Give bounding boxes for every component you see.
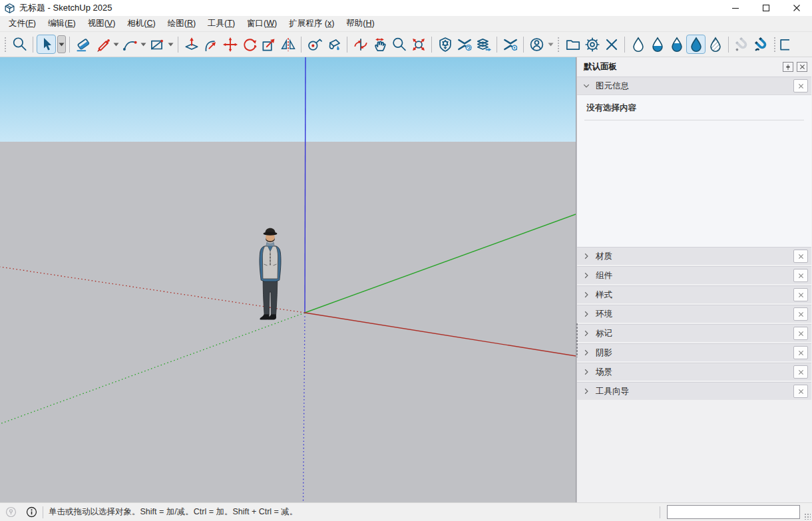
followme-tool-button[interactable]	[201, 35, 220, 54]
line-tool-button[interactable]	[93, 35, 112, 54]
menu-extensions[interactable]: 扩展程序 (x)	[283, 16, 340, 31]
eraser-tool-button[interactable]	[73, 35, 93, 54]
section-instructor[interactable]: 工具向导	[577, 382, 811, 400]
orbit-tool-button[interactable]	[351, 35, 370, 54]
zoom-icon	[391, 36, 408, 53]
push-pull-icon	[183, 36, 200, 53]
arc-tool-dropdown[interactable]	[139, 35, 147, 54]
settings-button[interactable]	[582, 35, 602, 54]
measurement-input[interactable]	[667, 505, 800, 519]
person-figure[interactable]	[260, 228, 281, 320]
pushpull-tool-button[interactable]	[182, 35, 201, 54]
rectangle-tool-button[interactable]	[147, 35, 166, 54]
section-close-button[interactable]	[793, 288, 808, 301]
arc-icon	[121, 36, 138, 53]
account-button[interactable]	[527, 35, 546, 54]
rectangle-tool-dropdown[interactable]	[166, 35, 174, 54]
section-close-button[interactable]	[793, 307, 808, 321]
flip-icon	[280, 36, 297, 53]
menu-help[interactable]: 帮助(H)	[340, 16, 380, 31]
toolbar-grip[interactable]	[4, 37, 7, 53]
pan-tool-button[interactable]	[370, 35, 389, 54]
menu-edit[interactable]: 编辑(E)	[42, 16, 82, 31]
panel-splitter[interactable]	[576, 57, 576, 502]
tape-measure-icon	[306, 36, 323, 53]
menu-tools[interactable]: 工具(T)	[202, 16, 241, 31]
send-to-layout-button[interactable]	[474, 35, 493, 54]
extension-warehouse-button[interactable]	[435, 35, 455, 54]
move-tool-button[interactable]	[220, 35, 240, 54]
menu-view[interactable]: 视图(V)	[82, 16, 122, 31]
section-materials[interactable]: 材质	[577, 247, 811, 265]
3d-warehouse-button[interactable]	[455, 35, 474, 54]
chevron-right-icon	[582, 291, 590, 299]
toolbar-grip[interactable]	[773, 37, 777, 53]
section-environment[interactable]: 环境	[577, 305, 811, 323]
tray-pin-button[interactable]	[783, 62, 793, 72]
close-button[interactable]	[781, 0, 812, 16]
divider	[584, 120, 804, 120]
menu-draw[interactable]: 绘图(R)	[162, 16, 202, 31]
droplet-low-button[interactable]	[648, 35, 667, 54]
maximize-button[interactable]	[751, 0, 781, 16]
toolbar-grip[interactable]	[557, 37, 560, 53]
droplet-full-button[interactable]	[686, 35, 706, 54]
droplet-high-button[interactable]	[667, 35, 686, 54]
toolbar-separator	[69, 37, 70, 53]
section-close-button[interactable]	[793, 385, 808, 398]
droplet-empty-button[interactable]	[628, 35, 648, 54]
menu-file[interactable]: 文件(F)	[3, 16, 42, 31]
arc-tool-button[interactable]	[120, 35, 139, 54]
search-tool-button[interactable]	[10, 35, 29, 54]
line-tool-dropdown[interactable]	[112, 35, 120, 54]
magnet-disabled-button[interactable]	[732, 35, 751, 54]
3d-warehouse-icon	[456, 36, 473, 53]
splitter-grip[interactable]	[576, 323, 578, 357]
scale-tool-button[interactable]	[259, 35, 278, 54]
default-tray-panel: 默认面板	[576, 57, 811, 502]
tape-measure-tool-button[interactable]	[305, 35, 324, 54]
zoom-tool-button[interactable]	[389, 35, 409, 54]
entity-info-header[interactable]: 图元信息	[577, 77, 811, 94]
droplet-hatched-button[interactable]	[706, 35, 725, 54]
section-close-button[interactable]	[793, 250, 808, 263]
section-tags[interactable]: 标记	[577, 324, 811, 342]
folder-button[interactable]	[563, 35, 582, 54]
3d-viewport[interactable]	[0, 57, 576, 502]
close-tool-button[interactable]	[602, 35, 621, 54]
magnet-button[interactable]	[751, 35, 771, 54]
section-close-button[interactable]	[793, 269, 808, 282]
close-icon	[798, 273, 804, 279]
select-tool-dropdown[interactable]	[57, 35, 66, 53]
section-close-button[interactable]	[793, 327, 808, 340]
zoom-extents-tool-button[interactable]	[409, 35, 428, 54]
extension-manager-button[interactable]	[501, 35, 520, 54]
move-icon	[222, 36, 239, 53]
rotate-tool-button[interactable]	[240, 35, 259, 54]
entity-info-close-button[interactable]	[793, 79, 808, 92]
section-shadows[interactable]: 阴影	[577, 343, 811, 361]
geolocation-status-icon[interactable]	[5, 506, 17, 518]
section-styles[interactable]: 样式	[577, 285, 811, 303]
section-close-button[interactable]	[793, 365, 808, 379]
paint-bucket-tool-button[interactable]	[324, 35, 343, 54]
account-dropdown[interactable]	[546, 35, 554, 54]
menu-camera[interactable]: 相机(C)	[121, 16, 161, 31]
flip-tool-button[interactable]	[278, 35, 298, 54]
menu-window[interactable]: 窗口(W)	[241, 16, 283, 31]
orbit-icon	[352, 36, 369, 53]
info-status-icon[interactable]	[26, 506, 37, 518]
sketchup-window: 无标题 - SketchUp 2025 文件(F) 编辑(E) 视图(V) 相机…	[0, 0, 812, 521]
section-components[interactable]: 组件	[577, 266, 811, 284]
clipped-toolbar-button[interactable]	[779, 36, 789, 53]
section-close-button[interactable]	[793, 346, 808, 359]
resize-grip[interactable]	[804, 513, 811, 520]
section-scenes[interactable]: 场景	[577, 363, 811, 381]
tray-close-button[interactable]	[797, 62, 807, 72]
minimize-button[interactable]	[720, 0, 751, 16]
close-icon	[798, 389, 804, 395]
select-tool-button[interactable]	[37, 35, 56, 54]
window-title: 无标题 - SketchUp 2025	[19, 2, 112, 14]
statusbar-separator	[43, 506, 43, 518]
droplet-empty-icon	[630, 36, 647, 53]
